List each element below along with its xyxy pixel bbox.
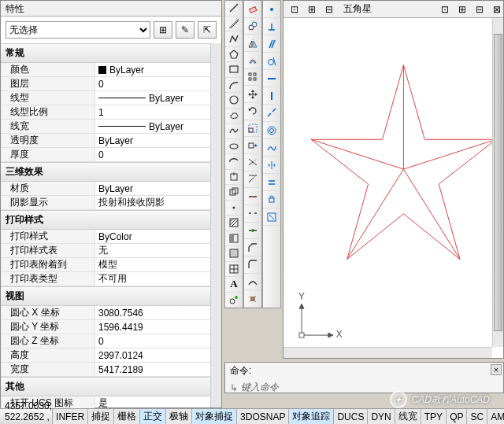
canvas-scrollbar-v[interactable] (492, 18, 503, 347)
smooth-constraint[interactable] (263, 139, 280, 157)
value-linetype[interactable]: ByLayer (95, 91, 221, 105)
explode-tool[interactable] (244, 290, 261, 308)
scroll-thumb[interactable] (494, 34, 502, 331)
ellipse-arc-tool[interactable] (225, 154, 243, 170)
polygon-tool[interactable] (225, 47, 243, 63)
collinear-constraint[interactable] (263, 105, 280, 122)
canvas-scrollbar-h[interactable] (284, 347, 492, 358)
value-color[interactable]: ByLayer (95, 63, 221, 76)
viewport-icon-2[interactable]: ⊞ (306, 3, 318, 16)
fillet-tool[interactable] (244, 256, 261, 274)
trim-tool[interactable] (244, 154, 261, 171)
status-btn-AM[interactable]: AM (487, 409, 504, 424)
status-btn-捕捉[interactable]: 捕捉 (88, 409, 114, 424)
autoconstrain[interactable] (263, 208, 280, 226)
erase-tool[interactable] (244, 1, 261, 18)
parallel-constraint[interactable] (263, 35, 280, 53)
copy-tool[interactable] (244, 18, 261, 35)
value-height[interactable]: 2997.0124 (95, 348, 221, 362)
horizontal-constraint[interactable] (263, 70, 280, 87)
view-icon-d[interactable]: ⊠ (491, 3, 503, 16)
value-cx[interactable]: 3080.7546 (95, 306, 221, 319)
perpendicular-constraint[interactable] (263, 18, 280, 35)
section-general[interactable]: 常规 (1, 43, 221, 63)
drawing-viewport[interactable]: X Y (284, 18, 492, 347)
status-btn-对象追踪[interactable]: 对象追踪 (289, 409, 334, 424)
value-width[interactable]: 5417.2189 (95, 363, 221, 376)
spline-tool[interactable] (225, 124, 243, 139)
symmetric-constraint[interactable] (263, 157, 280, 174)
line-tool[interactable] (225, 1, 243, 17)
status-btn-QP[interactable]: QP (447, 409, 467, 424)
view-icon-c[interactable]: ⊟ (473, 3, 486, 16)
status-btn-极轴[interactable]: 极轴 (166, 409, 192, 424)
properties-scrollbar[interactable] (210, 43, 221, 407)
value-ltscale[interactable]: 1 (95, 105, 221, 119)
ellipse-tool[interactable] (225, 139, 243, 155)
chamfer-tool[interactable] (244, 239, 261, 256)
value-layer[interactable]: 0 (95, 77, 221, 90)
blend-tool[interactable] (244, 274, 261, 291)
join-tool[interactable] (244, 223, 261, 240)
section-3d[interactable]: 三维效果 (1, 162, 221, 182)
value-plotattached[interactable]: 模型 (95, 258, 221, 271)
status-btn-栅格[interactable]: 栅格 (114, 409, 140, 424)
vertical-constraint[interactable] (263, 87, 280, 105)
value-plottable[interactable]: 无 (95, 244, 221, 257)
viewport-icon[interactable]: ⊡ (288, 3, 301, 16)
break-point-tool[interactable] (244, 188, 261, 205)
value-plottype[interactable]: 不可用 (95, 272, 221, 286)
fix-constraint[interactable] (263, 191, 280, 208)
status-btn-DUCS[interactable]: DUCS (334, 409, 368, 424)
coincident-constraint[interactable] (263, 1, 280, 18)
rectangle-tool[interactable] (225, 62, 243, 78)
status-btn-DYN[interactable]: DYN (368, 409, 395, 424)
status-btn-SC[interactable]: SC (467, 409, 487, 424)
value-material[interactable]: ByLayer (95, 182, 221, 195)
mirror-tool[interactable] (244, 35, 261, 52)
move-tool[interactable] (244, 86, 261, 103)
hatch-tool[interactable] (225, 216, 243, 231)
tangent-constraint[interactable] (263, 53, 280, 70)
value-lineweight[interactable]: ByLayer (95, 120, 221, 133)
mtext-tool[interactable]: A (225, 277, 243, 293)
concentric-constraint[interactable] (263, 122, 280, 139)
view-icon-a[interactable]: ⊡ (439, 3, 451, 16)
value-thickness[interactable]: 0 (95, 148, 221, 161)
insert-block-tool[interactable] (225, 170, 243, 186)
section-misc[interactable]: 其他 (1, 377, 221, 396)
status-btn-线宽[interactable]: 线宽 (395, 409, 421, 424)
value-shadow[interactable]: 投射和接收阴影 (95, 196, 221, 209)
revcloud-tool[interactable] (225, 109, 243, 124)
toggle-button[interactable]: ⇱ (198, 21, 217, 39)
make-block-tool[interactable] (225, 185, 243, 201)
circle-tool[interactable] (225, 93, 243, 109)
gradient-tool[interactable] (225, 231, 243, 247)
array-tool[interactable] (244, 69, 261, 87)
offset-tool[interactable] (244, 52, 261, 69)
value-transparency[interactable]: ByLayer (95, 134, 221, 147)
point-tool[interactable] (225, 201, 243, 216)
status-btn-对象捕捉[interactable]: 对象捕捉 (192, 409, 237, 424)
xline-tool[interactable] (225, 17, 243, 32)
rotate-tool[interactable] (244, 103, 261, 120)
value-plotstyle[interactable]: ByColor (95, 230, 221, 243)
pick-button[interactable]: ✎ (176, 21, 195, 39)
value-cy[interactable]: 1596.4419 (95, 320, 221, 334)
drawing-tab[interactable]: 五角星 (343, 2, 372, 16)
extend-tool[interactable] (244, 171, 261, 189)
polyline-tool[interactable] (225, 31, 243, 47)
region-tool[interactable] (225, 246, 243, 262)
value-cz[interactable]: 0 (95, 334, 221, 348)
selection-dropdown[interactable]: 无选择 (6, 21, 150, 39)
command-input[interactable]: 键入命令 (241, 381, 279, 394)
equal-constraint[interactable] (263, 174, 280, 191)
section-view[interactable]: 视图 (1, 286, 221, 306)
quick-select-button[interactable]: ⊞ (154, 21, 172, 39)
table-tool[interactable] (225, 262, 243, 278)
arc-tool[interactable] (225, 78, 243, 94)
viewport-icon-3[interactable]: ⊟ (323, 3, 335, 16)
addselected-tool[interactable] (225, 293, 243, 308)
command-close-button[interactable]: × (491, 364, 502, 375)
status-btn-INFER[interactable]: INFER (53, 409, 88, 424)
